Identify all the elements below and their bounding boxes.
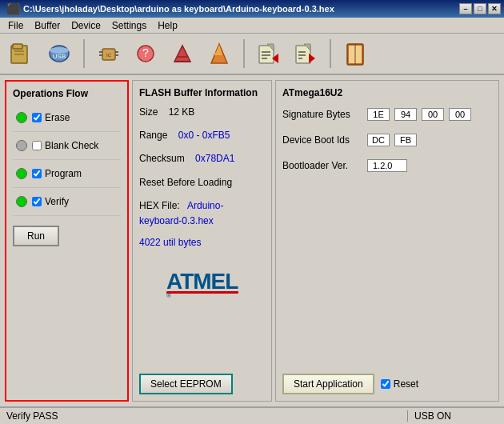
main-content: Operations Flow Erase Blank Check Progra… [0,75,504,406]
erase-status-dot [16,112,27,123]
toolbar-sep-1 [83,39,85,68]
ops-program-item: Program [13,160,121,188]
toolbar-load-button[interactable] [6,38,38,70]
flash-checksum-value: 0x78DA1 [195,153,234,164]
boot-ids-row: Device Boot Ids DC FB [282,134,492,146]
svg-marker-28 [309,54,315,63]
blank-check-icon: ? [133,41,158,66]
write-icon [293,41,318,66]
start-application-button[interactable]: Start Application [282,374,374,394]
bootloader-label: Bootloader Ver. [282,160,362,171]
save-icon: USB [46,41,72,66]
reset-label: Reset [394,378,418,390]
reset-checkbox-label[interactable]: Reset [381,378,418,390]
menu-device[interactable]: Device [66,18,106,33]
toolbar-save-button[interactable]: USB [43,38,75,70]
sig-byte-1: 1E [367,108,390,121]
svg-rect-3 [14,54,24,55]
boot-id-2: FB [394,134,417,146]
ops-panel: Operations Flow Erase Blank Check Progra… [5,80,129,402]
toolbar-book-button[interactable] [339,38,371,70]
status-bar: Verify PASS USB ON [0,406,504,424]
atmel-logo: ATMEL ® [139,261,265,301]
flash-reset-row: Reset Before Loading [139,175,265,190]
blank-check-label: Blank Check [45,140,98,151]
atmega-panel: ATmega16U2 Signature Bytes 1E 94 00 00 D… [275,80,499,402]
flash-hex-label: HEX File: [139,200,180,211]
select-eeprom-button[interactable]: Select EEPROM [139,374,233,394]
toolbar-sep-3 [330,39,331,68]
verify-checkbox[interactable] [32,197,42,206]
boot-ids-label: Device Boot Ids [282,134,362,146]
svg-rect-2 [14,50,24,52]
erase-checkbox[interactable] [32,113,42,122]
svg-text:USB: USB [53,53,66,60]
verify-icon [206,41,232,66]
bottom-actions: Start Application Reset [282,374,492,394]
blank-check-checkbox[interactable] [32,141,42,150]
ops-erase-item: Erase [13,104,121,132]
run-btn-area: Run [13,222,121,246]
toolbar-sep-2 [243,39,245,68]
ops-verify-item: Verify [13,188,121,216]
flash-size-label: Size [139,106,158,118]
atmega-title: ATmega16U2 [282,87,492,98]
reset-checkbox[interactable] [381,379,390,389]
svg-text:?: ? [142,46,149,59]
toolbar-program-button[interactable] [166,38,198,70]
status-right: USB ON [408,410,504,422]
title-text: C:\Users\jholaday\Desktop\arduino as key… [23,4,334,14]
svg-text:ATMEL: ATMEL [166,269,238,294]
flash-range-row: Range 0x0 - 0xFB5 [139,128,265,143]
minimize-button[interactable]: – [459,3,472,14]
toolbar-read-button[interactable] [253,38,285,70]
svg-marker-15 [174,46,190,62]
blank-check-checkbox-label[interactable]: Blank Check [32,140,98,151]
blank-check-status-dot [16,140,27,151]
menu-help[interactable]: Help [153,18,182,33]
toolbar-erase-button[interactable]: IC [93,38,125,70]
flash-checksum-row: Checksum 0x78DA1 [139,151,265,166]
erase-chip-icon: IC [96,41,122,66]
boot-id-1: DC [367,134,390,146]
toolbar: USB IC ? [0,34,504,75]
program-checkbox[interactable] [32,169,42,178]
sig-byte-3: 00 [422,108,444,121]
bootloader-row: Bootloader Ver. 1.2.0 [282,159,492,172]
svg-rect-37 [166,291,238,294]
ops-title: Operations Flow [13,88,121,99]
close-button[interactable]: ✕ [488,3,501,14]
load-icon [10,41,35,66]
run-button[interactable]: Run [13,226,59,246]
flash-panel: FLASH Buffer Information Size 12 KB Rang… [132,80,272,402]
menu-file[interactable]: File [3,18,28,33]
flash-size-value: 12 KB [169,106,195,118]
program-status-dot [16,168,27,179]
toolbar-verify-button[interactable] [203,38,235,70]
ops-blank-check-item: Blank Check [13,132,121,160]
verify-status-dot [16,196,27,207]
title-bar: ⬛ C:\Users\jholaday\Desktop\arduino as k… [0,0,504,18]
read-icon [256,41,282,66]
erase-checkbox-label[interactable]: Erase [32,112,70,123]
verify-checkbox-label[interactable]: Verify [32,196,69,207]
menu-settings[interactable]: Settings [107,18,151,33]
verify-label: Verify [45,196,69,207]
menu-buffer[interactable]: Buffer [30,18,65,33]
toolbar-write-button[interactable] [290,38,322,70]
flash-size-row: Size 12 KB [139,105,265,120]
maximize-button[interactable]: □ [474,3,486,14]
svg-rect-1 [13,44,22,49]
program-label: Program [45,168,82,179]
flash-title: FLASH Buffer Information [139,87,265,98]
sig-byte-2: 94 [394,108,417,121]
flash-hex-row: HEX File: Arduino-keyboard-0.3.hex [139,198,265,229]
status-left: Verify PASS [0,410,408,422]
flash-hex-bytes: 4022 util bytes [139,237,265,248]
program-checkbox-label[interactable]: Program [32,168,82,179]
flash-range-label: Range [139,130,167,141]
svg-text:IC: IC [106,53,112,58]
svg-rect-10 [115,51,118,53]
program-icon [170,41,195,66]
toolbar-blank-check-button[interactable]: ? [130,38,162,70]
